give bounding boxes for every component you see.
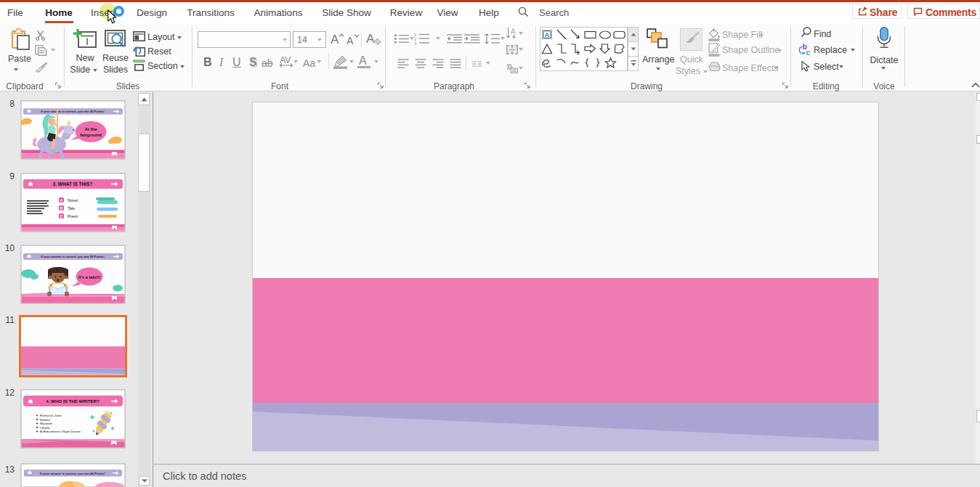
svg-text:At the: At the — [85, 127, 98, 131]
svg-text:It's a tale!!!: It's a tale!!! — [78, 275, 100, 279]
svg-text:A Midsummer's Night Dream: A Midsummer's Night Dream — [40, 430, 81, 433]
svg-text:A: A — [60, 198, 63, 202]
svg-text:B: B — [60, 206, 63, 210]
svg-text:If your answer is correct, you: If your answer is correct, you win 20 Po… — [41, 110, 105, 113]
svg-text:Macbeth: Macbeth — [40, 422, 52, 425]
svg-text:C: C — [60, 214, 63, 218]
svg-text:Poem: Poem — [68, 214, 78, 218]
svg-text:If your answer is correct, you: If your answer is correct, you win 40 Po… — [40, 472, 105, 475]
svg-text:c: c — [806, 48, 811, 57]
svg-text:Hamlet: Hamlet — [40, 418, 51, 422]
svg-text:4. WHO IS THE WRITER?: 4. WHO IS THE WRITER? — [46, 398, 100, 404]
svg-text:Romeo & Juliet: Romeo & Juliet — [40, 414, 62, 417]
svg-text:Othello: Othello — [40, 426, 50, 430]
svg-text:A: A — [511, 28, 516, 36]
svg-text:3. WHAT IS THIS?: 3. WHAT IS THIS? — [53, 181, 93, 187]
svg-text:A: A — [545, 31, 550, 38]
svg-text:If your answer is correct, you: If your answer is correct, you win 20 Po… — [41, 255, 105, 258]
svg-text:Novel: Novel — [68, 198, 78, 202]
svg-text:Tale: Tale — [68, 206, 75, 210]
svg-text:fairground: fairground — [80, 133, 102, 137]
